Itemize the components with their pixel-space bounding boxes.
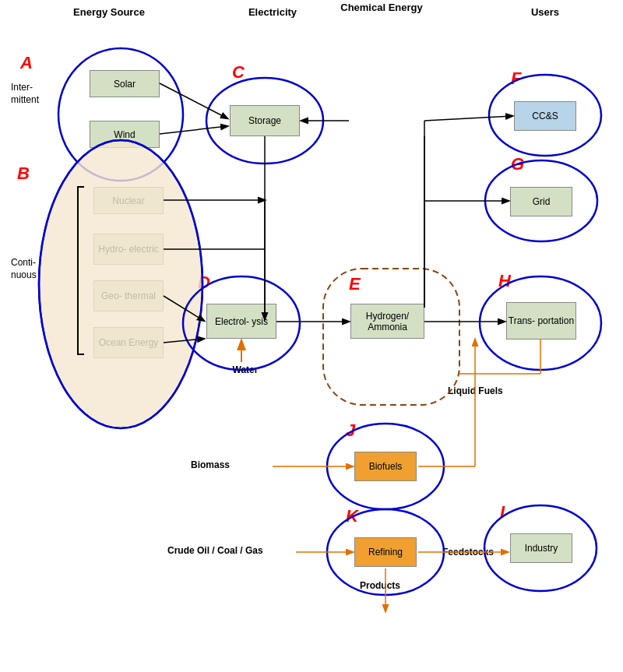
group-A-label: A <box>20 53 33 73</box>
biofuels-box: Biofuels <box>354 452 417 481</box>
header-chemical-energy: Chemical Energy <box>335 2 428 13</box>
wind-box: Wind <box>90 121 160 148</box>
hydro-box: Hydro- electric <box>93 234 164 265</box>
svg-line-12 <box>160 83 227 118</box>
feedstocks-label: Feedstocks <box>442 547 494 558</box>
svg-line-19 <box>164 339 204 343</box>
transport-box: Trans- portation <box>506 302 576 340</box>
group-G-label: G <box>511 154 524 174</box>
intermittent-label: Inter-mittent <box>11 82 44 106</box>
svg-line-24 <box>424 116 512 121</box>
group-F-label: F <box>511 69 521 89</box>
solar-box: Solar <box>90 70 160 97</box>
svg-line-18 <box>164 296 204 321</box>
electrolysis-box: Electrol- ysis <box>206 304 276 339</box>
continuous-label: Conti-nuous <box>11 257 44 281</box>
header-energy-source: Energy Source <box>47 6 171 18</box>
header-users: Users <box>498 6 592 18</box>
group-D-label: D <box>198 273 210 293</box>
group-J-label: J <box>346 420 355 441</box>
svg-point-0 <box>58 48 183 181</box>
liquid-fuels-label: Liquid Fuels <box>448 385 503 396</box>
refining-box: Refining <box>354 537 417 567</box>
storage-box: Storage <box>230 105 300 136</box>
hydrogen-box: Hydrogen/ Ammonia <box>350 304 424 339</box>
group-C-label: C <box>232 62 245 83</box>
group-K-label: K <box>346 506 358 526</box>
header-electricity: Electricity <box>234 6 312 18</box>
group-H-label: H <box>498 271 511 291</box>
biomass-label: Biomass <box>191 459 230 470</box>
ccs-box: CC&S <box>514 101 576 131</box>
crude-label: Crude Oil / Coal / Gas <box>167 545 263 556</box>
products-label: Products <box>360 580 400 591</box>
ocean-box: Ocean Energy <box>93 327 164 358</box>
group-B-label: B <box>17 164 30 184</box>
geo-box: Geo- thermal <box>93 280 164 311</box>
group-E-label: E <box>349 274 361 294</box>
svg-line-13 <box>160 126 227 134</box>
group-I-label: I <box>500 502 505 522</box>
grid-box: Grid <box>510 187 572 216</box>
industry-box: Industry <box>510 533 572 563</box>
diagram: Energy Source Electricity Chemical Energ… <box>0 0 623 672</box>
nuclear-box: Nuclear <box>93 187 164 214</box>
water-label: Water <box>222 364 269 375</box>
